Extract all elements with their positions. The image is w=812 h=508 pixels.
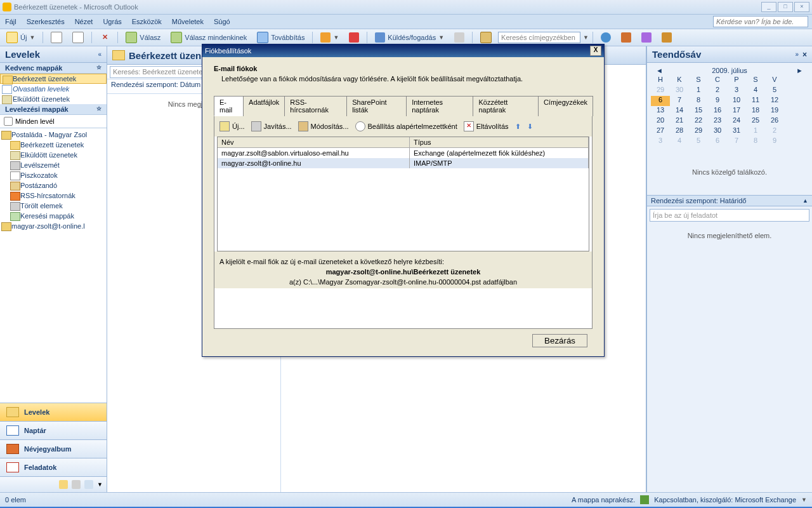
status-bar: 0 elem A mappa naprakész. Kapcsolatban, … bbox=[0, 492, 812, 507]
prev-month-button[interactable]: ◄ bbox=[656, 67, 663, 74]
mailbox-root[interactable]: Postaláda - Magyar Zsol bbox=[0, 130, 107, 140]
reply-all-icon bbox=[171, 32, 182, 43]
collapse-todo-icon[interactable]: » bbox=[795, 51, 799, 58]
menu-go[interactable]: Ugrás bbox=[98, 18, 126, 25]
account-modify-button[interactable]: Módosítás... bbox=[298, 121, 349, 131]
close-button[interactable]: × bbox=[794, 2, 809, 12]
date-navigator: ◄2009. július► HKSCPSV293012345678910111… bbox=[647, 63, 812, 149]
tab-addressbooks[interactable]: Címjegyzékek bbox=[538, 96, 593, 116]
nav-configure-icon[interactable]: ▼ bbox=[97, 481, 103, 488]
print-preview-button[interactable] bbox=[69, 30, 88, 44]
delete-button[interactable]: ✕ bbox=[96, 31, 114, 44]
menu-actions[interactable]: Műveletek bbox=[167, 18, 209, 25]
col-name[interactable]: Név bbox=[218, 137, 410, 147]
notes-icon[interactable] bbox=[59, 480, 68, 489]
next-month-button[interactable]: ► bbox=[796, 67, 803, 74]
account2-root[interactable]: magyar-zsolt@t-online.l bbox=[0, 221, 107, 231]
menu-edit[interactable]: Szerkesztés bbox=[22, 18, 70, 25]
onenote-icon bbox=[621, 32, 631, 43]
tab-internet-cal[interactable]: Internetes naptárak bbox=[406, 96, 473, 116]
folder-inbox[interactable]: Beérkezett üzenetek bbox=[0, 140, 107, 150]
mailbox-icon bbox=[1, 222, 11, 231]
tab-published-cal[interactable]: Közzétett naptárak bbox=[473, 96, 538, 116]
folders-icon[interactable] bbox=[72, 480, 81, 489]
menu-help[interactable]: Súgó bbox=[209, 18, 235, 25]
account-movedown-button[interactable]: ⬇ bbox=[527, 123, 533, 131]
calendar-grid[interactable]: HKSCPSV293012345678910111213141516171819… bbox=[651, 76, 808, 147]
misc-button-1[interactable] bbox=[638, 31, 655, 44]
nav-calendar[interactable]: Naptár bbox=[0, 421, 107, 439]
dialog-close-btn[interactable]: Bezárás bbox=[532, 334, 587, 347]
status-dropdown[interactable]: ▼ bbox=[801, 497, 807, 503]
folder-drafts[interactable]: Piszkozatok bbox=[0, 170, 107, 180]
task-sort-bar[interactable]: Rendezési szempont: Határidő▲ bbox=[647, 195, 812, 206]
account-remove-button[interactable]: ✕Eltávolítás bbox=[464, 121, 509, 131]
forward-button[interactable]: Továbbítás bbox=[253, 30, 308, 44]
address-book-button[interactable] bbox=[476, 30, 495, 44]
tab-datafiles[interactable]: Adatfájlok bbox=[243, 96, 285, 116]
tab-email[interactable]: E-mail bbox=[214, 96, 244, 116]
tab-sharepoint[interactable]: SharePoint listák bbox=[346, 96, 407, 116]
nav-mail[interactable]: Levelek bbox=[0, 403, 107, 421]
account-default-button[interactable]: Beállítás alapértelmezettként bbox=[355, 121, 457, 131]
reply-button[interactable]: Válasz bbox=[122, 30, 164, 44]
dialog-close-button[interactable]: X bbox=[590, 46, 601, 56]
shortcuts-icon[interactable] bbox=[84, 480, 93, 489]
junk-icon bbox=[10, 161, 20, 170]
mail-folders-header[interactable]: Levelezési mappák☆ bbox=[0, 104, 107, 115]
account-row-1[interactable]: magyar.zsolt@sablon.virtualoso-email.hu … bbox=[218, 148, 589, 158]
all-mail-item[interactable]: Minden levél bbox=[0, 115, 107, 128]
account-row-2[interactable]: magyar-zsolt@t-online.hu IMAP/SMTP bbox=[218, 158, 589, 168]
menu-view[interactable]: Nézet bbox=[70, 18, 98, 25]
account-new-button[interactable]: Új... bbox=[219, 121, 245, 131]
account-moveup-button[interactable]: ⬆ bbox=[515, 123, 521, 131]
search-addressbook-dropdown[interactable]: ▼ bbox=[583, 34, 589, 41]
unread-icon bbox=[2, 85, 12, 94]
fav-sent[interactable]: Elküldött üzenetek bbox=[0, 94, 107, 104]
help-button[interactable] bbox=[597, 31, 615, 44]
menu-file[interactable]: Fájl bbox=[0, 18, 22, 25]
folder-deleted[interactable]: Törölt elemek bbox=[0, 201, 107, 211]
search-addressbook-input[interactable]: Keresés címjegyzékben bbox=[498, 32, 580, 43]
print-button[interactable] bbox=[47, 30, 66, 44]
repair-icon bbox=[251, 121, 261, 131]
dialog-titlebar[interactable]: FiókbeállításokX bbox=[202, 44, 604, 57]
account-settings-dialog: FiókbeállításokX E-mail fiókok Lehetőség… bbox=[202, 44, 605, 357]
favorites-header[interactable]: Kedvenc mappák☆ bbox=[0, 63, 107, 74]
book-icon bbox=[480, 32, 492, 43]
help-search-box[interactable]: Kérdése van? Írja be ide. bbox=[713, 16, 808, 27]
dialog-footer: Bezárás bbox=[214, 329, 593, 352]
new-task-input[interactable]: Írja be az új feladatot bbox=[650, 209, 809, 222]
find-icon bbox=[454, 32, 464, 43]
account-repair-button[interactable]: Javítás... bbox=[251, 121, 292, 131]
collapse-nav-icon[interactable]: « bbox=[98, 51, 102, 58]
flag-icon bbox=[349, 32, 359, 43]
folder-outbox[interactable]: Postázandó bbox=[0, 180, 107, 190]
fav-inbox[interactable]: Beérkezett üzenetek bbox=[0, 74, 107, 84]
maximize-button[interactable]: □ bbox=[778, 2, 793, 12]
folder-sent[interactable]: Elküldött üzenetek bbox=[0, 150, 107, 160]
new-button[interactable]: Új▼ bbox=[3, 30, 39, 44]
navigation-pane: Levelek« Kedvenc mappák☆ Beérkezett üzen… bbox=[0, 46, 107, 492]
tab-rss[interactable]: RSS-hírcsatornák bbox=[284, 96, 347, 116]
misc-button-2[interactable] bbox=[658, 31, 676, 44]
no-appointments-message: Nincs közelgő találkozó. bbox=[647, 149, 812, 195]
menu-tools[interactable]: Eszközök bbox=[127, 18, 167, 25]
reply-all-button[interactable]: Válasz mindenkinek bbox=[167, 30, 251, 44]
fav-unread[interactable]: Olvasatlan levelek bbox=[0, 84, 107, 94]
folder-search[interactable]: Keresési mappák bbox=[0, 211, 107, 221]
col-type[interactable]: Típus bbox=[410, 137, 589, 147]
folder-junk[interactable]: Levélszemét bbox=[0, 160, 107, 170]
categorize-button[interactable]: ▼ bbox=[317, 31, 343, 44]
account-list: Név Típus magyar.zsolt@sablon.virtualoso… bbox=[217, 137, 589, 251]
connected-icon bbox=[640, 495, 649, 504]
nav-contacts[interactable]: Névjegyalbum bbox=[0, 439, 107, 458]
folder-rss[interactable]: RSS-hírcsatornák bbox=[0, 190, 107, 201]
send-receive-button[interactable]: Küldés/fogadás▼ bbox=[371, 31, 448, 44]
nav-tasks[interactable]: Feladatok bbox=[0, 458, 107, 476]
find-button[interactable] bbox=[450, 31, 468, 44]
minimize-button[interactable]: _ bbox=[761, 2, 776, 12]
onenote-button[interactable] bbox=[617, 31, 635, 44]
followup-button[interactable] bbox=[345, 31, 363, 44]
close-todo-button[interactable]: × bbox=[802, 50, 807, 59]
